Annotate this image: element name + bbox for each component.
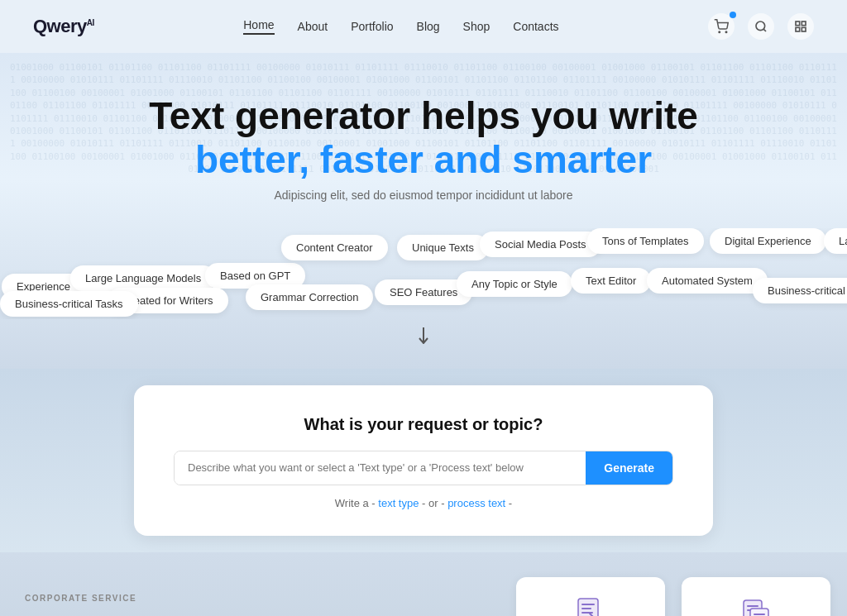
- tag-digital-exp: Digital Experience: [710, 228, 826, 254]
- request-section: What is your request or topic? Generate …: [0, 369, 847, 552]
- cart-button[interactable]: [708, 13, 735, 40]
- tag-content-creator: Content Creator: [281, 235, 388, 260]
- tag-automated: Automated System: [647, 268, 768, 294]
- svg-rect-5: [796, 27, 800, 31]
- card-document-1: [516, 577, 665, 616]
- tag-business-tasks: Business-critical Tasks: [0, 291, 138, 317]
- text-type-link[interactable]: text type: [378, 497, 419, 509]
- cart-icon: [714, 19, 729, 34]
- svg-rect-15: [747, 605, 758, 607]
- nav-about[interactable]: About: [298, 20, 328, 33]
- bottom-section: CORPORATE SERVICE: [0, 552, 847, 616]
- request-title: What is your request or topic?: [174, 415, 673, 434]
- svg-rect-8: [578, 599, 598, 616]
- generate-button[interactable]: Generate: [586, 451, 672, 485]
- header: QweryAI Home About Portfolio Blog Shop C…: [0, 0, 847, 53]
- tag-social-media: Social Media Posts: [480, 232, 601, 257]
- nav-home[interactable]: Home: [243, 18, 274, 35]
- search-button[interactable]: [748, 13, 774, 40]
- process-text-link[interactable]: process text: [447, 497, 505, 509]
- hero-title: Text generator helps you write better, f…: [17, 94, 830, 182]
- nav-shop[interactable]: Shop: [463, 20, 490, 33]
- header-icons: [708, 13, 814, 40]
- hero-subtitle: Adipiscing elit, sed do eiusmod tempor i…: [17, 189, 830, 202]
- document-icon-2: [739, 597, 773, 616]
- card-document-2: Modern: [682, 577, 830, 616]
- tags-container: Experience Large Language Models Based o…: [0, 228, 847, 319]
- tag-unique-texts: Unique Texts: [397, 235, 489, 260]
- hero-section: 01001000 01100101 01101100 01101100 0110…: [0, 53, 847, 369]
- document-icon-1: [573, 597, 608, 616]
- tag-any-topic: Any Topic or Style: [457, 271, 572, 297]
- request-card: What is your request or topic? Generate …: [134, 385, 713, 536]
- grid-button[interactable]: [787, 13, 814, 40]
- cart-badge: [730, 12, 736, 18]
- main-nav: Home About Portfolio Blog Shop Contacts: [243, 18, 558, 35]
- request-hint: Write a - text type - or - process text …: [174, 497, 673, 509]
- input-row: Generate: [174, 451, 673, 485]
- svg-rect-18: [754, 614, 765, 615]
- request-input[interactable]: [175, 451, 586, 485]
- corporate-label: CORPORATE SERVICE: [17, 594, 178, 603]
- svg-rect-11: [581, 612, 593, 614]
- tag-tons-templates: Tons of Templates: [587, 228, 704, 254]
- tag-business-tasks-2: Business-critical Tasks: [753, 278, 847, 303]
- search-icon: [754, 20, 768, 33]
- grid-icon: [794, 20, 807, 33]
- tag-large: Large: [824, 228, 847, 254]
- svg-rect-9: [581, 604, 595, 605]
- svg-rect-4: [802, 21, 806, 26]
- scroll-arrow[interactable]: [17, 327, 830, 344]
- logo: QweryAI: [33, 16, 94, 37]
- svg-point-1: [725, 31, 727, 33]
- svg-point-2: [756, 21, 765, 31]
- svg-rect-6: [802, 27, 806, 31]
- tag-text-editor: Text Editor: [571, 268, 651, 294]
- svg-point-0: [719, 31, 720, 33]
- nav-blog[interactable]: Blog: [417, 20, 440, 33]
- svg-rect-3: [796, 21, 800, 26]
- svg-rect-10: [581, 608, 591, 609]
- tag-grammar: Grammar Correction: [246, 284, 373, 310]
- nav-contacts[interactable]: Contacts: [513, 20, 558, 33]
- nav-portfolio[interactable]: Portfolio: [351, 20, 393, 33]
